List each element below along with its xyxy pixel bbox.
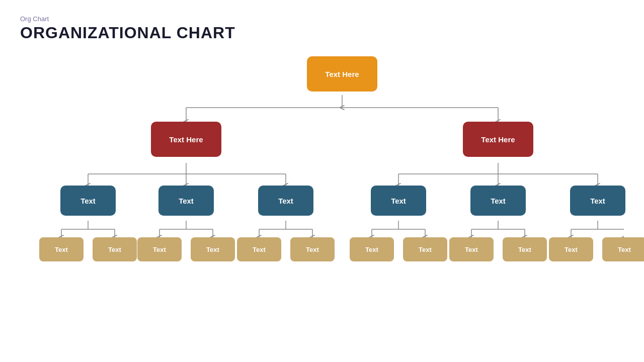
node-level4-6[interactable]: Text: [290, 237, 335, 261]
node-level4-10[interactable]: Text: [503, 237, 547, 261]
node-level4-4[interactable]: Text: [191, 237, 235, 261]
chart-area: Text Here Text Here Text Here Text Text …: [20, 47, 624, 339]
node-level3-6[interactable]: Text: [570, 186, 625, 216]
node-level4-3[interactable]: Text: [137, 237, 182, 261]
node-level4-8[interactable]: Text: [403, 237, 447, 261]
node-level3-5[interactable]: Text: [470, 186, 526, 216]
node-level4-1[interactable]: Text: [39, 237, 84, 261]
node-level4-12[interactable]: Text: [602, 237, 644, 261]
node-level3-2[interactable]: Text: [158, 186, 214, 216]
page-title: ORGANIZATIONAL CHART: [20, 24, 624, 42]
node-level4-11[interactable]: Text: [549, 237, 593, 261]
node-level4-2[interactable]: Text: [93, 237, 137, 261]
page: Org Chart ORGANIZATIONAL CHART: [0, 0, 644, 362]
node-level2-right[interactable]: Text Here: [463, 122, 533, 157]
node-level4-9[interactable]: Text: [449, 237, 494, 261]
node-level3-1[interactable]: Text: [60, 186, 116, 216]
node-root[interactable]: Text Here: [307, 56, 377, 92]
node-level4-5[interactable]: Text: [237, 237, 281, 261]
node-level2-left[interactable]: Text Here: [151, 122, 221, 157]
node-level3-4[interactable]: Text: [371, 186, 426, 216]
node-level3-3[interactable]: Text: [258, 186, 313, 216]
subtitle: Org Chart: [20, 15, 624, 23]
node-level4-7[interactable]: Text: [350, 237, 394, 261]
